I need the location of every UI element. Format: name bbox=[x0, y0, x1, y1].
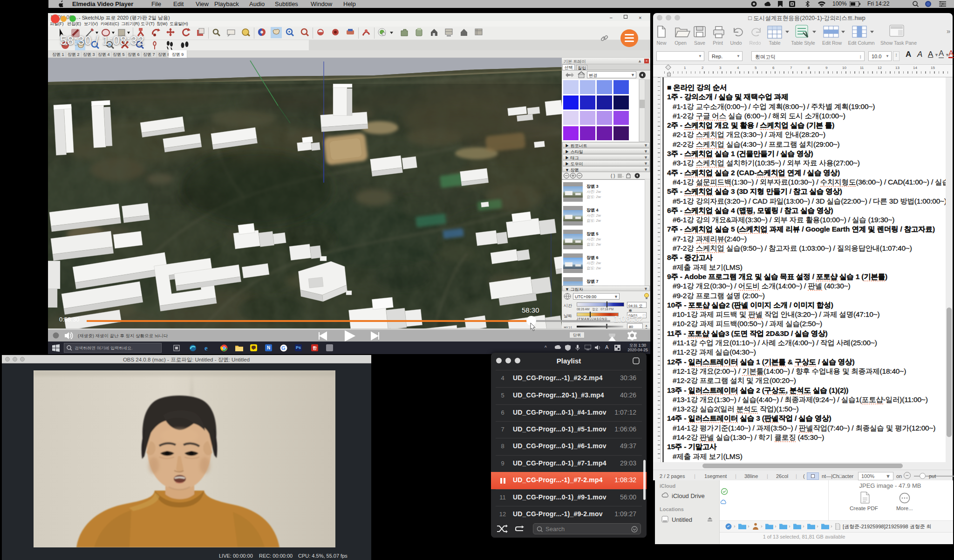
svg-text:Table: Table bbox=[769, 40, 780, 46]
svg-text:Show Task Pane: Show Task Pane bbox=[880, 40, 917, 46]
svg-text:Save: Save bbox=[694, 40, 705, 46]
svg-text:( ): ( ) bbox=[611, 173, 615, 178]
svg-text:e: e bbox=[204, 344, 208, 352]
svg-text:G: G bbox=[281, 345, 286, 351]
svg-text:Undo: Undo bbox=[730, 40, 742, 46]
svg-text:-: - bbox=[622, 174, 624, 178]
svg-text:Table Style: Table Style bbox=[791, 40, 815, 46]
svg-text:»: » bbox=[947, 27, 950, 35]
svg-text:Redo: Redo bbox=[749, 40, 761, 46]
svg-text:New: New bbox=[656, 40, 666, 46]
svg-text:Edit Column: Edit Column bbox=[848, 40, 874, 46]
svg-text:Open: Open bbox=[675, 40, 687, 46]
svg-text:Edit Row: Edit Row bbox=[822, 40, 842, 46]
svg-text:Print: Print bbox=[713, 40, 723, 46]
